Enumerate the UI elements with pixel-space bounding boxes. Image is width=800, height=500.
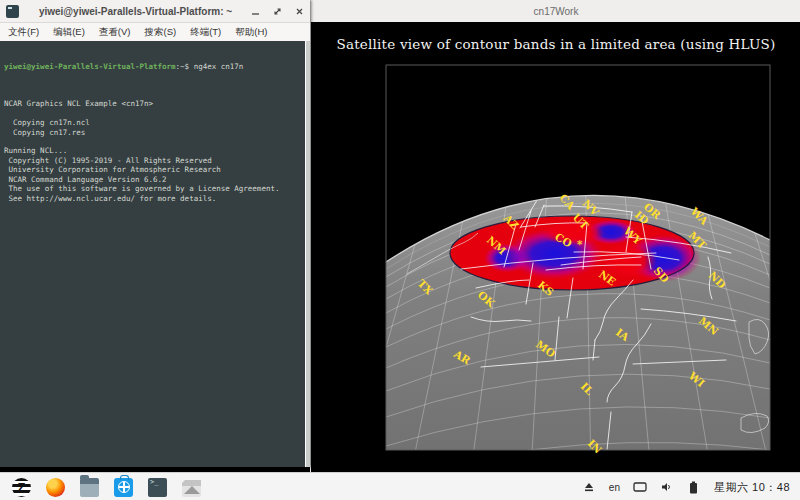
app-store-icon[interactable] [114, 478, 133, 497]
image-viewer-icon[interactable] [182, 478, 201, 497]
terminal-output-line: NCAR Command Language Version 6.6.2 [4, 175, 306, 184]
minimize-icon[interactable] [250, 6, 260, 16]
terminal-output-line: Running NCL... [4, 146, 306, 155]
terminal-scrollbar[interactable] [305, 41, 310, 467]
terminal-output-line: Copyright (C) 1995-2019 - All Rights Res… [4, 156, 306, 165]
volume-icon[interactable] [660, 480, 674, 494]
menu-item[interactable]: 编辑(E) [53, 26, 85, 39]
plot-canvas: CANVUTAZNMCO*WYORIDWAMTSDNDNEKSOKTXARMOI… [311, 22, 800, 472]
display-icon[interactable] [633, 480, 647, 494]
battery-icon[interactable] [687, 480, 701, 494]
close-icon[interactable] [294, 6, 304, 16]
viewer-titlebar[interactable]: cn17Work [311, 0, 800, 23]
terminal-output[interactable]: yiwei@yiwei-Parallels-Virtual-Platform:~… [0, 41, 310, 467]
keyboard-layout-indicator[interactable]: en [609, 482, 620, 493]
menu-item[interactable]: 搜索(S) [144, 26, 176, 39]
prompt-user: yiwei@yiwei-Parallels-Virtual-Platform [4, 62, 176, 71]
firefox-icon[interactable] [46, 478, 65, 497]
terminal-app-icon [6, 5, 19, 18]
terminal-output-line: NCAR Graphics NCL Example <cn17n> [4, 99, 306, 108]
terminal-taskbar-icon[interactable]: >_ [148, 478, 167, 497]
launcher-icon[interactable]: Z [12, 478, 31, 497]
plot-title: Satellite view of contour bands in a lim… [311, 36, 800, 52]
terminal-title: yiwei@yiwei-Parallels-Virtual-Platform: … [25, 6, 246, 17]
terminal-output-line: University Corporation for Atmospheric R… [4, 165, 306, 174]
viewer-title: cn17Work [534, 6, 579, 17]
menu-item[interactable]: 文件(F) [8, 26, 39, 39]
taskbar-clock[interactable]: 星期六 10：48 [714, 480, 790, 495]
terminal-output-line [4, 137, 306, 146]
prompt-line: yiwei@yiwei-Parallels-Virtual-Platform:~… [4, 62, 306, 71]
maximize-icon[interactable] [272, 6, 282, 16]
file-manager-icon[interactable] [80, 478, 99, 497]
terminal-output-line [4, 90, 306, 99]
satellite-map: CANVUTAZNMCO*WYORIDWAMTSDNDNEKSOKTXARMOI… [311, 22, 800, 472]
eject-icon[interactable] [582, 480, 596, 494]
terminal-menubar: 文件(F)编辑(E)查看(V)搜索(S)终端(T)帮助(H) [0, 23, 310, 43]
terminal-window: yiwei@yiwei-Parallels-Virtual-Platform: … [0, 0, 310, 467]
terminal-output-line: The use of this software is governed by … [4, 184, 306, 193]
ncl-graphics-window: cn17Work [310, 0, 800, 472]
terminal-output-line [4, 109, 306, 118]
state-label-marker: * [577, 238, 583, 250]
terminal-titlebar[interactable]: yiwei@yiwei-Parallels-Virtual-Platform: … [0, 0, 310, 23]
prompt-tail: :~$ [176, 62, 194, 71]
menu-item[interactable]: 终端(T) [190, 26, 221, 39]
command-text: ng4ex cn17n [194, 62, 244, 71]
terminal-output-line: Copying cn17.res [4, 128, 306, 137]
terminal-output-line: Copying cn17n.ncl [4, 118, 306, 127]
terminal-output-line: See http://www.ncl.ucar.edu/ for more de… [4, 194, 306, 203]
menu-item[interactable]: 查看(V) [99, 26, 131, 39]
menu-item[interactable]: 帮助(H) [235, 26, 267, 39]
taskbar: Z >_ en 星期六 10：48 [0, 472, 800, 500]
